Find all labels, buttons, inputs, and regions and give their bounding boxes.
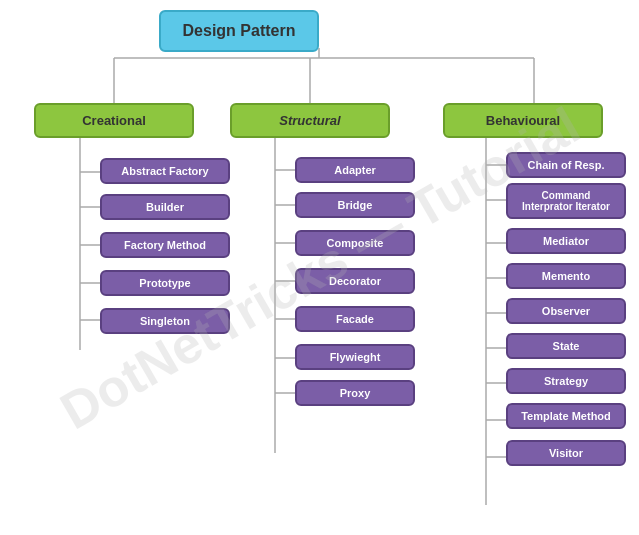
item-decorator: Decorator [295,268,415,294]
item-flywieght: Flywieght [295,344,415,370]
item-adapter: Adapter [295,157,415,183]
item-command-iterator: Command Interprator Iterator [506,183,626,219]
item-factory-method: Factory Method [100,232,230,258]
item-proxy: Proxy [295,380,415,406]
item-mediator: Mediator [506,228,626,254]
item-facade: Facade [295,306,415,332]
item-chain-of-resp: Chain of Resp. [506,152,626,178]
item-bridge: Bridge [295,192,415,218]
item-visitor: Visitor [506,440,626,466]
structural-label: Structural [279,113,340,128]
category-behavioural: Behavioural [443,103,603,138]
item-singleton: Singleton [100,308,230,334]
item-composite: Composite [295,230,415,256]
category-creational: Creational [34,103,194,138]
item-strategy: Strategy [506,368,626,394]
item-builder: Builder [100,194,230,220]
item-template-method: Template Method [506,403,626,429]
root-label: Design Pattern [183,22,296,39]
diagram: Design Pattern Creational Abstract Facto… [0,0,639,535]
item-memento: Memento [506,263,626,289]
item-observer: Observer [506,298,626,324]
category-structural: Structural [230,103,390,138]
creational-label: Creational [82,113,146,128]
item-abstract-factory: Abstract Factory [100,158,230,184]
item-state: State [506,333,626,359]
root-node: Design Pattern [159,10,319,52]
behavioural-label: Behavioural [486,113,560,128]
item-prototype: Prototype [100,270,230,296]
